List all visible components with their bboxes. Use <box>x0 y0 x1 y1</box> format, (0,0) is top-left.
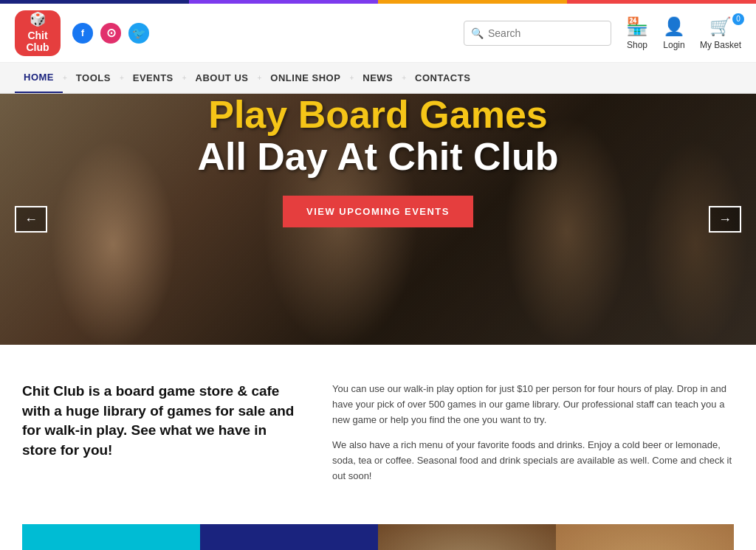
basket-badge: 0 <box>732 13 744 25</box>
hero-title-plain: All Day At <box>197 135 388 178</box>
hero-section: ← Play Board Games All Day At Chit Club … <box>0 94 756 345</box>
nav-tools[interactable]: TOOLS <box>67 63 120 93</box>
intro-left: Chit Club is a board game store & cafe w… <box>22 382 303 495</box>
intro-para2: We also have a rich menu of your favorit… <box>332 438 734 484</box>
header: 🎲 Chit Club f ⊙ 🐦 🔍 🏪 Shop 👤 Login 🛒 0 M… <box>0 4 756 63</box>
basket-icon: 🛒 <box>709 16 732 37</box>
nav-about[interactable]: ABOUT US <box>187 63 258 93</box>
nav-contacts[interactable]: CONTACTS <box>406 63 479 93</box>
logo-area: 🎲 Chit Club f ⊙ 🐦 <box>15 10 149 56</box>
logo-club: Club <box>26 41 49 54</box>
intro-right: You can use our walk-in play option for … <box>332 382 734 495</box>
twitter-icon[interactable]: 🐦 <box>128 23 149 44</box>
logo-chit: Chit <box>27 30 47 42</box>
hero-next-button[interactable]: → <box>709 206 741 233</box>
tile-2[interactable]: 🍺 <box>200 524 378 550</box>
tile-3[interactable] <box>378 524 556 550</box>
search-input[interactable] <box>464 21 611 46</box>
intro-section: Chit Club is a board game store & cafe w… <box>0 345 756 517</box>
intro-heading: Chit Club is a board game store & cafe w… <box>22 382 303 460</box>
nav-home[interactable]: HOME <box>15 63 63 93</box>
intro-para1: You can use our walk-in play option for … <box>332 382 734 427</box>
login-label: Login <box>663 40 684 50</box>
shop-label: Shop <box>627 40 647 50</box>
social-icons: f ⊙ 🐦 <box>72 23 149 44</box>
tile-1[interactable]: 🎮 <box>22 524 200 550</box>
nav-news[interactable]: NEWS <box>354 63 402 93</box>
arrow-left-icon: ← <box>24 212 38 227</box>
arrow-right-icon: → <box>718 212 732 227</box>
hero-prev-button[interactable]: ← <box>15 206 47 233</box>
tiles-section: 🎮 🍺 <box>0 517 756 550</box>
header-actions: 🏪 Shop 👤 Login 🛒 0 My Basket <box>626 16 741 50</box>
basket-action[interactable]: 🛒 0 My Basket <box>700 16 741 50</box>
hero-title-line2: All Day At Chit Club <box>0 136 756 178</box>
hero-title-line1: Play Board Games <box>0 94 756 136</box>
main-nav: HOME + TOOLS + EVENTS + ABOUT US + ONLIN… <box>0 63 756 94</box>
hero-content: Play Board Games All Day At Chit Club VI… <box>0 94 756 227</box>
instagram-icon[interactable]: ⊙ <box>100 23 121 44</box>
facebook-icon[interactable]: f <box>72 23 93 44</box>
shop-icon: 🏪 <box>626 16 648 37</box>
search-icon: 🔍 <box>471 27 484 39</box>
login-action[interactable]: 👤 Login <box>663 16 685 50</box>
logo[interactable]: 🎲 Chit Club <box>15 10 61 56</box>
nav-shop[interactable]: ONLINE SHOP <box>261 63 349 93</box>
nav-events[interactable]: EVENTS <box>124 63 182 93</box>
view-events-button[interactable]: VIEW UPCOMING EVENTS <box>283 196 473 227</box>
logo-dice-icon: 🎲 <box>30 12 46 28</box>
shop-action[interactable]: 🏪 Shop <box>626 16 648 50</box>
login-icon: 👤 <box>663 16 685 37</box>
basket-label: My Basket <box>700 40 741 50</box>
hero-title-highlight: Chit Club <box>388 135 559 178</box>
tile-4[interactable] <box>556 524 734 550</box>
search-wrap: 🔍 <box>464 21 611 46</box>
